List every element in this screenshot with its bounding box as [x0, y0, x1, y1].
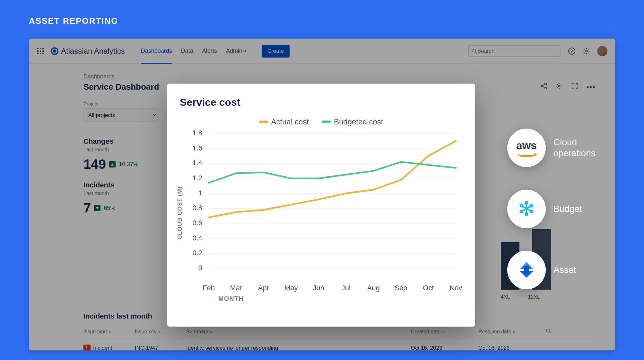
incident-type-icon: [83, 345, 91, 350]
x-tick-label: Mar: [225, 284, 248, 292]
service-cost-modal: Service cost Actual cost Budgeted cost C…: [167, 84, 475, 327]
chart-area: CLOUD COST (M) MONTH 00.20.40.60.811.21.…: [180, 130, 462, 301]
breadcrumb[interactable]: Dashboards: [83, 73, 596, 80]
svg-point-14: [545, 83, 547, 85]
bg-bar-label: 4XL: [501, 294, 510, 300]
primary-nav: Dashboards Data Alerts Admin▾: [141, 39, 246, 63]
x-tick-label: Jul: [335, 284, 357, 292]
stat-title: Changes: [83, 137, 138, 146]
svg-rect-2: [42, 48, 44, 49]
x-tick-label: Nov: [445, 284, 467, 292]
th-issue-type[interactable]: Issue type ⇅: [83, 329, 135, 335]
chevron-down-icon: ▾: [244, 49, 246, 53]
legend-budgeted: Budgeted cost: [322, 117, 383, 126]
svg-line-21: [549, 332, 551, 333]
y-tick-label: 1.6: [189, 144, 202, 152]
svg-line-18: [543, 86, 545, 88]
y-tick-label: 0: [189, 264, 202, 272]
gear-icon[interactable]: [556, 83, 563, 92]
project-filter-select[interactable]: All projects: [83, 108, 157, 122]
stat-changes: Changes Last month 149 10.37%: [83, 137, 138, 172]
product-brand[interactable]: Atlassian Analytics: [51, 47, 125, 56]
svg-rect-1: [40, 48, 41, 49]
svg-point-15: [541, 85, 543, 87]
y-tick-label: 1: [189, 189, 202, 197]
x-tick-label: May: [280, 284, 302, 292]
tab-admin[interactable]: Admin▾: [226, 39, 246, 63]
cell-resolved: Oct 16, 2023: [478, 345, 546, 350]
tab-data[interactable]: Data: [181, 39, 193, 63]
integration-cloud-ops: aws Cloudoperations: [507, 129, 596, 167]
svg-point-16: [545, 87, 547, 89]
chart-y-axis-label: CLOUD COST (M): [177, 186, 183, 239]
search-icon: [472, 48, 477, 54]
y-tick-label: 1.2: [189, 174, 202, 182]
page-title: Service Dashboard: [83, 82, 159, 92]
top-navbar: Atlassian Analytics Dashboards Data Aler…: [29, 39, 615, 64]
tab-alerts[interactable]: Alerts: [202, 39, 217, 63]
jira-assets-logo-icon: [507, 251, 546, 289]
chart-legend: Actual cost Budgeted cost: [180, 117, 462, 126]
svg-line-10: [475, 52, 477, 53]
integration-budget: ✻ Budget: [507, 190, 596, 228]
y-tick-label: 0.2: [189, 249, 202, 257]
table-search-icon[interactable]: [546, 328, 565, 335]
snowflake-logo-icon: ✻: [507, 190, 546, 228]
page-actions: •••: [540, 83, 596, 92]
delta-text: 65%: [104, 205, 115, 212]
svg-line-17: [543, 84, 545, 86]
share-icon[interactable]: [540, 83, 547, 92]
search-input[interactable]: [477, 48, 557, 54]
y-tick-label: 1.4: [189, 159, 202, 167]
help-icon[interactable]: ?: [568, 47, 576, 55]
y-tick-label: 0.4: [189, 234, 202, 242]
modal-title: Service cost: [180, 96, 462, 108]
bg-bar-label: 12XL: [528, 294, 540, 300]
create-button[interactable]: Create: [262, 45, 290, 58]
stat-value: 149: [83, 157, 106, 172]
chart-x-axis-label: MONTH: [218, 295, 243, 302]
aws-logo-icon: aws: [507, 129, 546, 167]
stat-subtitle: Last month: [83, 147, 138, 153]
delta-up-icon: [109, 161, 116, 167]
fullscreen-icon[interactable]: [571, 83, 578, 92]
svg-rect-7: [40, 53, 41, 54]
x-tick-label: Apr: [252, 284, 275, 292]
svg-rect-4: [40, 50, 41, 52]
x-tick-label: Aug: [362, 284, 385, 292]
y-tick-label: 0.8: [189, 204, 202, 212]
line-chart-svg: [202, 130, 459, 281]
integration-label: Cloudoperations: [553, 137, 596, 158]
x-tick-label: Oct: [417, 284, 439, 292]
user-avatar[interactable]: [597, 46, 607, 56]
x-tick-label: Sep: [390, 284, 412, 292]
integration-label: Asset: [553, 265, 576, 275]
cell-issue-type: Incident: [83, 345, 135, 350]
svg-rect-0: [37, 48, 39, 49]
integration-label: Budget: [553, 203, 582, 214]
product-name: Atlassian Analytics: [61, 47, 125, 56]
integration-asset: Asset: [507, 251, 596, 289]
atlassian-logo-icon: [51, 47, 58, 55]
legend-actual: Actual cost: [259, 117, 309, 126]
svg-rect-3: [37, 50, 39, 52]
search-box[interactable]: [468, 45, 561, 57]
delta-text: 10.37%: [119, 161, 138, 168]
y-tick-label: 0.6: [189, 219, 202, 227]
legend-swatch-budgeted: [322, 121, 331, 123]
stat-value: 7: [83, 200, 91, 216]
app-switcher-icon[interactable]: [37, 47, 44, 55]
settings-icon[interactable]: [582, 47, 591, 55]
integration-bubbles: aws Cloudoperations ✻ Budget Asset: [507, 129, 596, 289]
cell-created: Oct 16, 2023: [411, 345, 478, 350]
delta-down-icon: [94, 205, 100, 211]
svg-point-9: [473, 49, 476, 52]
more-icon[interactable]: •••: [587, 83, 596, 91]
svg-rect-5: [42, 50, 44, 52]
svg-text:?: ?: [570, 49, 573, 54]
svg-rect-6: [37, 53, 39, 54]
y-tick-label: 1.8: [189, 129, 202, 137]
tab-dashboards[interactable]: Dashboards: [141, 39, 172, 63]
x-tick-label: Jun: [307, 284, 330, 292]
legend-swatch-actual: [259, 121, 268, 123]
